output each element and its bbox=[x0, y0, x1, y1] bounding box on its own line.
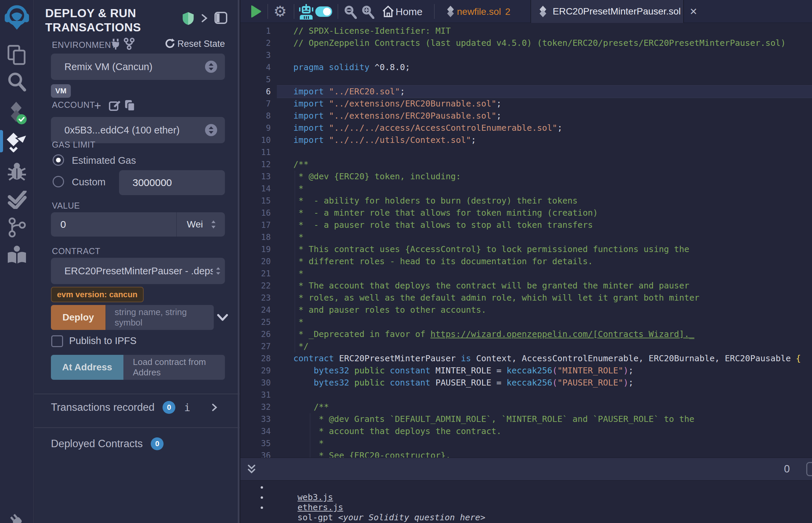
code-line[interactable]: 12/** bbox=[241, 158, 812, 170]
collapse-terminal-chevrons-icon[interactable] bbox=[247, 463, 256, 475]
line-number: 4 bbox=[241, 61, 277, 73]
script-config-gear-icon[interactable]: ⚙ bbox=[273, 3, 287, 20]
code-line-text: import "../ERC20.sol"; bbox=[277, 86, 812, 98]
remix-logo[interactable] bbox=[0, 5, 34, 30]
panel-scrollbar[interactable] bbox=[238, 0, 240, 523]
plug-icon[interactable] bbox=[111, 38, 120, 50]
code-line[interactable]: 27 */ bbox=[241, 340, 812, 353]
code-line[interactable]: 6import "../ERC20.sol"; bbox=[241, 86, 812, 98]
code-line[interactable]: 2// OpenZeppelin Contracts (last updated… bbox=[241, 37, 812, 49]
code-line[interactable]: 11 bbox=[241, 146, 812, 158]
terminal-link-web3[interactable]: web3.js bbox=[267, 482, 333, 492]
run-script-play-icon[interactable] bbox=[250, 5, 261, 18]
solidity-compiler-icon[interactable] bbox=[0, 101, 34, 126]
ai-robot-icon[interactable] bbox=[299, 4, 313, 20]
publish-ipfs-checkbox[interactable] bbox=[51, 335, 63, 347]
collapse-panel-chevron-icon[interactable] bbox=[201, 12, 208, 24]
code-line[interactable]: 20 * different roles - head to its docum… bbox=[241, 255, 812, 268]
account-select[interactable]: 0x5B3...eddC4 (100 ether) bbox=[51, 117, 225, 143]
custom-gas-radio[interactable] bbox=[53, 176, 64, 187]
code-line[interactable]: 5 bbox=[241, 73, 812, 86]
code-line[interactable]: 32 /** bbox=[241, 401, 812, 413]
reset-state-button[interactable] bbox=[165, 38, 175, 49]
line-number: 24 bbox=[241, 304, 277, 316]
home-icon[interactable] bbox=[382, 5, 394, 18]
zoom-in-icon[interactable] bbox=[361, 5, 374, 19]
ai-copilot-toggle[interactable] bbox=[315, 6, 332, 17]
tab-newfile[interactable]: newfile.sol bbox=[457, 6, 501, 17]
file-explorer-icon[interactable] bbox=[0, 44, 34, 65]
zoom-out-icon[interactable] bbox=[343, 5, 357, 19]
value-input[interactable]: 0 bbox=[51, 212, 176, 237]
code-line[interactable]: 35 * bbox=[241, 437, 812, 450]
expand-transactions-chevron-icon[interactable] bbox=[211, 402, 218, 413]
code-line[interactable]: 13 * @dev {ERC20} token, including: bbox=[241, 170, 812, 183]
code-line[interactable]: 29 bytes32 public constant MINTER_ROLE =… bbox=[241, 365, 812, 377]
code-line-text: * bbox=[277, 268, 812, 280]
code-line[interactable]: 25 * bbox=[241, 316, 812, 328]
terminal-link-ethers[interactable]: ethers.js bbox=[267, 492, 343, 502]
close-icon[interactable]: ✕ bbox=[690, 6, 698, 17]
deploy-button[interactable]: Deploy bbox=[51, 305, 106, 330]
code-line[interactable]: 8import "../extensions/ERC20Pausable.sol… bbox=[241, 110, 812, 122]
pin-panel-icon[interactable] bbox=[214, 12, 228, 24]
deploy-expand-chevron-icon[interactable] bbox=[216, 312, 229, 323]
add-account-icon[interactable]: + bbox=[94, 99, 101, 113]
code-line[interactable]: 28contract ERC20PresetMinterPauser is Co… bbox=[241, 353, 812, 365]
plugin-manager-icon[interactable] bbox=[0, 245, 34, 265]
code-line[interactable]: 17 * - a pauser role that allows to stop… bbox=[241, 219, 812, 231]
deployed-contracts-row[interactable]: Deployed Contracts 0 bbox=[51, 437, 163, 450]
code-line[interactable]: 19 * This contract uses {AccessControl} … bbox=[241, 243, 812, 255]
code-line[interactable]: 24 * and pauser roles to other accounts. bbox=[241, 304, 812, 316]
code-line[interactable]: 15 * - ability for holders to burn (dest… bbox=[241, 195, 812, 207]
search-icon[interactable] bbox=[0, 71, 34, 92]
shield-icon[interactable] bbox=[182, 12, 194, 25]
contract-select[interactable]: ERC20PresetMinterPauser - .deps/ bbox=[51, 258, 225, 284]
estimated-gas-radio[interactable] bbox=[53, 154, 64, 166]
line-number: 36 bbox=[241, 450, 277, 458]
tab-active-label: ERC20PresetMinterPauser.sol bbox=[553, 6, 681, 17]
indent-guide bbox=[295, 170, 295, 183]
terminal-search-partial[interactable] bbox=[806, 462, 812, 476]
code-line[interactable]: 16 * - a minter role that allows for tok… bbox=[241, 207, 812, 219]
info-icon[interactable]: i bbox=[184, 402, 190, 414]
code-line[interactable]: 26 * _Deprecated in favor of https://wiz… bbox=[241, 328, 812, 340]
code-line[interactable]: 30 bytes32 public constant PAUSER_ROLE =… bbox=[241, 377, 812, 389]
at-address-input[interactable]: Load contract from Addres bbox=[123, 355, 225, 380]
code-line[interactable]: 21 * bbox=[241, 268, 812, 280]
code-line[interactable]: 9import "../../../access/AccessControlEn… bbox=[241, 122, 812, 134]
code-line[interactable]: 18 * bbox=[241, 231, 812, 243]
git-icon[interactable] bbox=[0, 217, 34, 238]
code-line[interactable]: 4pragma solidity ^0.8.0; bbox=[241, 61, 812, 73]
code-line[interactable]: 34 * account that deploys the contract. bbox=[241, 425, 812, 437]
deploy-args-input[interactable]: string name, string symbol bbox=[106, 305, 214, 330]
code-line[interactable]: 33 * @dev Grants `DEFAULT_ADMIN_ROLE`, `… bbox=[241, 413, 812, 425]
edit-account-icon[interactable] bbox=[109, 100, 120, 111]
code-line[interactable]: 3 bbox=[241, 49, 812, 61]
code-line-text: bytes32 public constant MINTER_ROLE = ke… bbox=[277, 365, 812, 377]
transactions-recorded-row[interactable]: Transactions recorded 0 i bbox=[51, 401, 226, 414]
custom-gas-input[interactable]: 3000000 bbox=[119, 170, 225, 195]
debugger-icon[interactable] bbox=[0, 161, 34, 181]
environment-select[interactable]: Remix VM (Cancun) bbox=[51, 54, 225, 80]
deploy-and-run-icon[interactable] bbox=[0, 132, 34, 152]
code-line[interactable]: 22 * The account that deploys the contra… bbox=[241, 280, 812, 292]
select-stepper-icon bbox=[205, 124, 217, 137]
at-address-button[interactable]: At Address bbox=[51, 355, 123, 380]
code-line[interactable]: 10import "../../../utils/Context.sol"; bbox=[241, 134, 812, 146]
code-line[interactable]: 36 * See {ERC20-constructor}. bbox=[241, 450, 812, 458]
value-unit-select[interactable]: Wei bbox=[177, 212, 225, 237]
fork-environment-icon[interactable] bbox=[124, 38, 135, 50]
tab-active-erc20presetminterpauser[interactable]: ERC20PresetMinterPauser.sol ✕ bbox=[530, 0, 684, 23]
code-line[interactable]: 31 bbox=[241, 389, 812, 401]
tab-home[interactable]: Home bbox=[395, 6, 423, 18]
code-line[interactable]: 7import "../extensions/ERC20Burnable.sol… bbox=[241, 98, 812, 110]
code-editor[interactable]: 1// SPDX-License-Identifier: MIT2// Open… bbox=[241, 23, 812, 458]
reset-state-label[interactable]: Reset State bbox=[177, 39, 225, 49]
copy-account-icon[interactable] bbox=[124, 100, 136, 111]
unit-testing-icon[interactable] bbox=[0, 191, 34, 209]
plug-bottom-icon[interactable] bbox=[0, 511, 34, 523]
code-line[interactable]: 14 * bbox=[241, 183, 812, 195]
code-line[interactable]: 23 * roles, as well as the default admin… bbox=[241, 292, 812, 304]
code-line[interactable]: 1// SPDX-License-Identifier: MIT bbox=[241, 25, 812, 37]
